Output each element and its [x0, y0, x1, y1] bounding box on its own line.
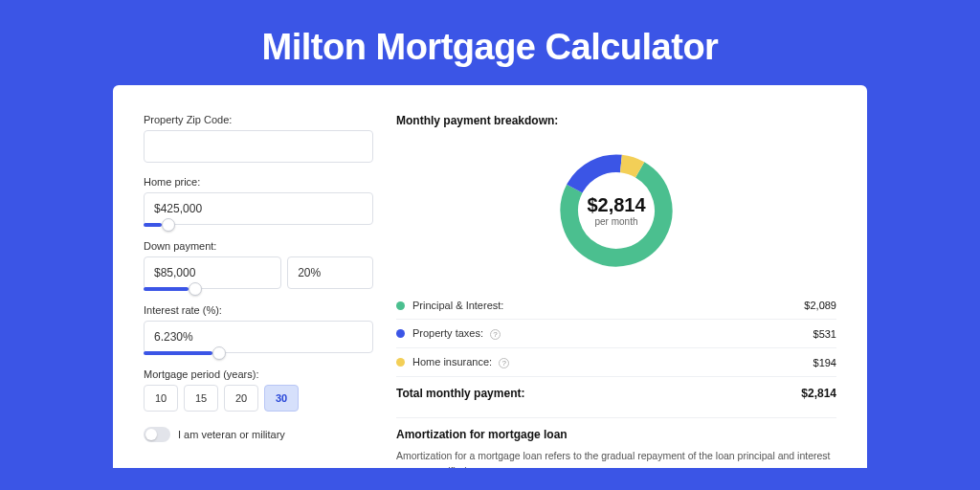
page-title: Milton Mortgage Calculator — [0, 0, 980, 85]
breakdown-title: Monthly payment breakdown: — [396, 114, 836, 127]
interest-rate-group: Interest rate (%): — [144, 304, 373, 355]
amortization-text: Amortization for a mortgage loan refers … — [396, 449, 836, 468]
home-price-slider[interactable] — [144, 223, 373, 227]
amortization-title: Amortization for mortgage loan — [396, 428, 836, 441]
down-payment-slider-thumb[interactable] — [189, 282, 202, 296]
home-price-group: Home price: — [144, 176, 373, 227]
help-icon[interactable]: ? — [490, 329, 501, 340]
period-option-15[interactable]: 15 — [184, 385, 218, 412]
donut-center: $2,814 per month — [587, 194, 645, 227]
down-payment-amount-input[interactable] — [144, 256, 281, 289]
breakdown-column: Monthly payment breakdown: $2,814 per mo… — [396, 114, 836, 468]
legend-dot — [396, 301, 405, 310]
divider — [396, 417, 836, 418]
legend-label: Property taxes: ? — [412, 327, 813, 340]
home-price-input[interactable] — [144, 192, 373, 225]
veteran-toggle[interactable] — [144, 427, 170, 442]
down-payment-percent-input[interactable] — [287, 256, 373, 289]
zip-input[interactable] — [144, 130, 373, 163]
donut-amount: $2,814 — [587, 194, 645, 216]
legend: Principal & Interest:$2,089Property taxe… — [396, 292, 836, 377]
down-payment-slider[interactable] — [144, 287, 288, 291]
legend-row-principal_interest: Principal & Interest:$2,089 — [396, 292, 836, 320]
period-option-20[interactable]: 20 — [224, 385, 258, 412]
legend-value: $194 — [813, 357, 836, 368]
legend-row-home_insurance: Home insurance: ?$194 — [396, 348, 836, 377]
interest-rate-slider-fill — [144, 351, 212, 355]
veteran-row: I am veteran or military — [144, 427, 373, 442]
total-label: Total monthly payment: — [396, 387, 801, 400]
down-payment-group: Down payment: — [144, 240, 373, 291]
help-icon[interactable]: ? — [499, 358, 509, 368]
legend-dot — [396, 329, 405, 338]
interest-rate-label: Interest rate (%): — [144, 304, 373, 316]
down-payment-label: Down payment: — [144, 240, 373, 252]
period-option-30[interactable]: 30 — [264, 385, 299, 412]
legend-label: Principal & Interest: — [412, 300, 804, 311]
mortgage-period-group: Mortgage period (years): 10152030 — [144, 368, 373, 412]
legend-label: Home insurance: ? — [412, 356, 813, 368]
donut-sub: per month — [587, 216, 645, 227]
interest-rate-input[interactable] — [144, 321, 373, 353]
home-price-label: Home price: — [144, 176, 373, 188]
interest-rate-slider[interactable] — [144, 351, 373, 355]
total-value: $2,814 — [801, 387, 836, 400]
veteran-label: I am veteran or military — [178, 429, 285, 440]
inputs-column: Property Zip Code: Home price: Down paym… — [144, 114, 373, 468]
zip-field-group: Property Zip Code: — [144, 114, 373, 163]
interest-rate-slider-thumb[interactable] — [212, 346, 226, 360]
home-price-slider-fill — [144, 223, 162, 227]
period-option-10[interactable]: 10 — [144, 385, 178, 412]
donut-chart: $2,814 per month — [396, 139, 836, 282]
legend-value: $2,089 — [804, 300, 836, 311]
calculator-card: Property Zip Code: Home price: Down paym… — [113, 85, 867, 468]
legend-row-property_taxes: Property taxes: ?$531 — [396, 320, 836, 348]
total-row: Total monthly payment: $2,814 — [396, 377, 836, 413]
mortgage-period-options: 10152030 — [144, 385, 373, 412]
down-payment-slider-fill — [144, 287, 189, 291]
mortgage-period-label: Mortgage period (years): — [144, 368, 373, 380]
legend-value: $531 — [813, 328, 836, 340]
home-price-slider-thumb[interactable] — [162, 218, 175, 232]
legend-dot — [396, 358, 405, 367]
zip-label: Property Zip Code: — [144, 114, 373, 125]
